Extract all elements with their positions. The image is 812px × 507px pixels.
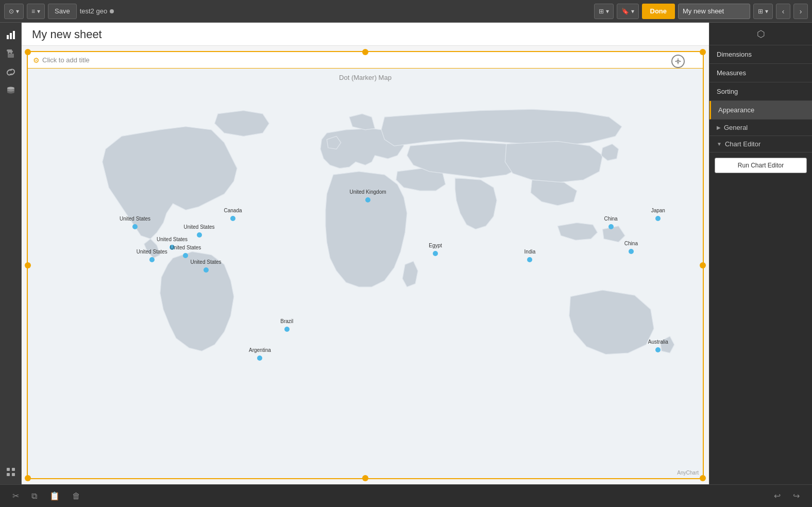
bookmark-icon: 🔖 — [621, 8, 629, 15]
map-point-group: Australia — [655, 347, 661, 352]
map-point-dot — [257, 356, 262, 361]
content-area: My new sheet ⚙ Click to add title — [22, 23, 709, 484]
done-button[interactable]: Done — [642, 4, 675, 19]
map-point-group: Argentina — [257, 356, 262, 361]
handle-bottom-center[interactable] — [362, 475, 368, 481]
panel-puzzle-icon: ⬡ — [757, 28, 765, 40]
map-point-group: Canada — [230, 216, 235, 221]
map-point-dot — [204, 267, 209, 273]
map-point-dot — [230, 216, 235, 221]
copy-icon[interactable]: ⧉ — [29, 489, 39, 503]
redo-icon[interactable]: ↪ — [791, 489, 802, 503]
handle-top-left[interactable] — [25, 49, 31, 55]
handle-middle-left[interactable] — [25, 262, 31, 268]
main-area: My new sheet ⚙ Click to add title — [0, 23, 812, 484]
save-button[interactable]: Save — [48, 4, 77, 19]
grid-icon: ⊞ — [599, 8, 604, 15]
map-point-dot — [527, 257, 532, 262]
table-options-button[interactable]: ⊞ ▾ — [753, 4, 773, 19]
view-toggle-button[interactable]: ≡ ▾ — [27, 4, 45, 19]
map-point-dot — [365, 197, 370, 202]
cut-icon[interactable]: ✂ — [10, 489, 21, 503]
svg-rect-7 — [7, 473, 10, 476]
map-point-dot — [284, 327, 290, 332]
general-arrow-icon: ▶ — [717, 125, 721, 130]
map-point-dot — [170, 245, 175, 250]
map-point-group: United States — [170, 245, 175, 250]
svg-point-13 — [680, 61, 681, 62]
database-sidebar-icon[interactable] — [3, 82, 19, 99]
left-sidebar — [0, 23, 22, 484]
map-point-group: Brazil — [284, 327, 290, 332]
chart-settings-circle-btn[interactable] — [671, 55, 685, 68]
handle-top-center[interactable] — [362, 49, 368, 55]
dimensions-section[interactable]: Dimensions — [709, 45, 812, 64]
map-point-dot — [655, 216, 661, 221]
map-point-dot — [197, 232, 202, 238]
chart-container: ⚙ Click to add title Dot (Marker) Map — [27, 51, 704, 479]
doc-status-dot — [110, 9, 114, 13]
map-point-group: United States — [197, 232, 202, 238]
sheet-title-bar: My new sheet — [22, 23, 709, 46]
settings-sidebar-icon[interactable] — [3, 464, 19, 480]
map-point-group: United States — [149, 257, 155, 262]
chart-editor-arrow-icon: ▼ — [717, 141, 722, 147]
appearance-section[interactable]: Appearance — [709, 101, 812, 120]
paste-icon[interactable]: 📋 — [47, 489, 62, 503]
measures-section[interactable]: Measures — [709, 64, 812, 82]
document-title: test2 geo — [80, 7, 114, 15]
handle-middle-right[interactable] — [700, 262, 706, 268]
chart-editor-subsection[interactable]: ▼ Chart Editor — [709, 136, 812, 153]
puzzle-sidebar-icon[interactable] — [3, 45, 19, 62]
top-toolbar: ⊙ ▾ ≡ ▾ Save test2 geo ⊞ ▾ 🔖 ▾ Done ⊞ ▾ … — [0, 0, 812, 23]
prev-button[interactable]: ‹ — [776, 4, 790, 19]
sheet-title-text: My new sheet — [32, 28, 102, 41]
map-point-group: United States — [204, 267, 209, 273]
map-point-group: United States — [132, 224, 138, 229]
svg-rect-6 — [12, 468, 15, 471]
app-menu-icon: ⊙ — [9, 8, 14, 15]
view-chevron: ▾ — [37, 8, 40, 15]
map-point-group: China — [629, 249, 634, 254]
run-chart-editor-button[interactable]: Run Chart Editor — [715, 158, 807, 173]
anychart-label: AnyChart — [677, 470, 699, 476]
sheet-name-input[interactable] — [678, 4, 750, 19]
svg-rect-0 — [7, 35, 9, 39]
view-options-button[interactable]: ⊞ ▾ — [594, 4, 614, 19]
chart-type-label: Dot (Marker) Map — [28, 74, 703, 81]
map-point-dot — [629, 249, 634, 254]
svg-point-10 — [678, 59, 679, 60]
link-sidebar-icon[interactable] — [3, 64, 19, 80]
bookmark-button[interactable]: 🔖 ▾ — [617, 4, 639, 19]
map-point-dot — [655, 347, 661, 352]
orange-settings-gear-icon: ⚙ — [33, 56, 40, 64]
map-point-group: United Kingdom — [365, 197, 370, 202]
delete-icon[interactable]: 🗑 — [70, 489, 82, 503]
map-point-group: United States — [183, 253, 188, 258]
handle-bottom-left[interactable] — [25, 475, 31, 481]
next-button[interactable]: › — [793, 4, 808, 19]
handle-bottom-right[interactable] — [700, 475, 706, 481]
click-to-add-title-btn[interactable]: ⚙ Click to add title — [33, 56, 90, 64]
map-point-dot — [433, 251, 438, 256]
bottom-toolbar: ✂ ⧉ 📋 🗑 ↩ ↪ — [0, 484, 812, 507]
world-map-svg — [45, 84, 686, 432]
svg-rect-3 — [8, 54, 14, 58]
map-area: Dot (Marker) Map — [28, 69, 703, 478]
map-point-dot — [149, 257, 155, 262]
app-menu-button[interactable]: ⊙ ▾ — [4, 4, 24, 19]
svg-rect-8 — [12, 473, 15, 476]
map-point-dot — [132, 224, 138, 229]
general-subsection[interactable]: ▶ General — [709, 120, 812, 136]
sorting-section[interactable]: Sorting — [709, 82, 812, 101]
bottom-left-icons: ✂ ⧉ 📋 🗑 — [10, 489, 82, 503]
undo-icon[interactable]: ↩ — [772, 489, 783, 503]
map-point-group: Japan — [655, 216, 661, 221]
bottom-right-icons: ↩ ↪ — [772, 489, 802, 503]
map-point-dot — [183, 253, 188, 258]
handle-top-right[interactable] — [700, 49, 706, 55]
svg-point-11 — [678, 63, 679, 64]
map-point-group: Egypt — [433, 251, 438, 256]
panel-icon-row: ⬡ — [709, 23, 812, 45]
chart-sidebar-icon[interactable] — [3, 27, 19, 43]
